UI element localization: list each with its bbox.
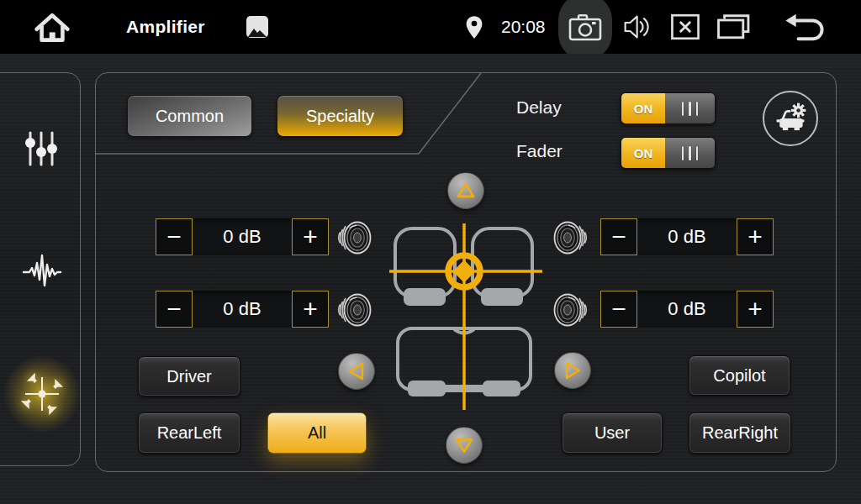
- page-title: Amplifier: [126, 0, 205, 54]
- volume-icon: [619, 11, 652, 43]
- gain-rear-left-value: 0 dB: [193, 291, 292, 328]
- gain-rear-right-plus-button[interactable]: +: [737, 291, 774, 328]
- tab-common-label: Common: [156, 107, 224, 126]
- arrow-up-icon: [451, 176, 481, 206]
- status-bar: Amplifier 20:08: [0, 0, 861, 54]
- gain-rear-right-minus-button[interactable]: −: [600, 291, 637, 328]
- sidebar-item-sound-effects[interactable]: [20, 249, 64, 291]
- gain-rear-right-value: 0 dB: [637, 291, 737, 328]
- zone-rear-right-button[interactable]: RearRight: [689, 412, 791, 454]
- speaker-icon-front-right: [552, 218, 590, 257]
- fader-balance-icon: [20, 372, 64, 416]
- arrow-left-icon: [341, 356, 372, 386]
- crosshair-lines: [389, 223, 542, 410]
- delay-toggle[interactable]: ON: [621, 92, 716, 124]
- gain-rear-left: − 0 dB +: [156, 291, 329, 328]
- crosshair-target-icon: [448, 255, 480, 287]
- car-settings-button[interactable]: [763, 91, 818, 146]
- speaker-icon-rear-right: [552, 291, 590, 329]
- speaker-icon-front-left: [335, 218, 373, 257]
- zone-copilot-button[interactable]: Copilot: [689, 355, 790, 396]
- gain-front-left-value: 0 dB: [193, 218, 292, 255]
- amplifier-screen: Amplifier 20:08: [0, 0, 861, 504]
- home-button[interactable]: [29, 7, 76, 47]
- equalizer-icon: [23, 129, 60, 168]
- home-icon: [33, 9, 71, 45]
- gain-rear-left-plus-button[interactable]: +: [292, 291, 329, 328]
- arrow-down-icon: [449, 430, 479, 460]
- sidebar-item-equalizer[interactable]: [20, 128, 62, 170]
- fader-toggle[interactable]: ON: [621, 137, 716, 169]
- move-up-button[interactable]: [447, 172, 484, 209]
- back-icon: [784, 11, 831, 43]
- camera-icon: [568, 12, 603, 42]
- delay-toggle-state: ON: [621, 93, 665, 123]
- zone-driver-button[interactable]: Driver: [138, 356, 240, 396]
- move-left-button[interactable]: [338, 353, 375, 390]
- speaker-icon-rear-left: [335, 291, 373, 329]
- gain-front-left-plus-button[interactable]: +: [292, 218, 329, 255]
- recent-apps-icon: [716, 13, 751, 41]
- zone-rear-left-button[interactable]: RearLeft: [138, 412, 240, 454]
- fader-label: Fader: [516, 141, 563, 161]
- close-icon: [670, 13, 700, 40]
- gain-front-left-minus-button[interactable]: −: [156, 218, 193, 255]
- tab-specialty-label: Specialty: [306, 107, 374, 126]
- tab-specialty[interactable]: Specialty: [277, 95, 404, 137]
- mountains-glyph: [247, 24, 267, 38]
- gallery-icon[interactable]: [246, 16, 268, 38]
- camera-button[interactable]: [558, 0, 612, 54]
- delay-toggle-handle: [665, 93, 715, 123]
- fader-toggle-state: ON: [621, 138, 665, 168]
- fader-panel: Common Specialty Delay ON Fader ON: [95, 72, 837, 472]
- fader-toggle-handle: [665, 138, 715, 168]
- car-settings-icon: [773, 101, 808, 136]
- close-window-button[interactable]: [669, 13, 701, 41]
- sound-wave-icon: [22, 252, 62, 289]
- sidebar-item-fader-balance[interactable]: [18, 370, 66, 417]
- move-down-button[interactable]: [446, 427, 483, 464]
- gain-front-left: − 0 dB +: [156, 218, 329, 255]
- delay-label: Delay: [516, 97, 562, 118]
- gain-front-right: − 0 dB +: [600, 218, 774, 255]
- gain-front-right-minus-button[interactable]: −: [600, 218, 637, 255]
- gain-rear-right: − 0 dB +: [600, 291, 774, 328]
- tab-common[interactable]: Common: [127, 95, 252, 137]
- volume-button[interactable]: [618, 11, 653, 43]
- zone-all-button[interactable]: All: [267, 412, 367, 454]
- location-icon: [464, 14, 484, 41]
- gain-front-right-value: 0 dB: [637, 218, 737, 255]
- gain-front-right-plus-button[interactable]: +: [737, 218, 774, 255]
- recent-apps-button[interactable]: [715, 12, 752, 42]
- back-button[interactable]: [783, 10, 832, 44]
- move-right-button[interactable]: [554, 352, 591, 389]
- gain-rear-left-minus-button[interactable]: −: [156, 291, 193, 328]
- clock: 20:08: [501, 0, 546, 54]
- arrow-right-icon: [557, 355, 588, 386]
- zone-user-button[interactable]: User: [562, 412, 663, 454]
